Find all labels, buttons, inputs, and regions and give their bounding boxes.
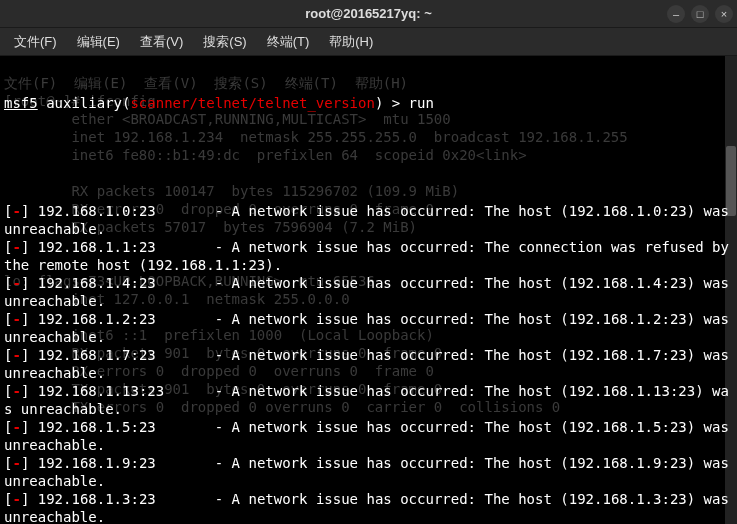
msf-prompt: msf5: [4, 95, 38, 111]
host-address: 192.168.1.7:23: [38, 347, 215, 363]
error-icon: -: [12, 203, 20, 219]
menu-search[interactable]: 搜索(S): [193, 29, 256, 55]
menu-terminal[interactable]: 终端(T): [257, 29, 320, 55]
terminal-output[interactable]: 文件(F) 编辑(E) 查看(V) 搜索(S) 终端(T) 帮助(H) [roo…: [0, 56, 737, 524]
maximize-button[interactable]: □: [691, 5, 709, 23]
scan-result-line: [-] 192.168.1.0:23 - A network issue has…: [4, 202, 733, 238]
command: run: [409, 95, 434, 111]
scan-result-line: [-] 192.168.1.9:23 - A network issue has…: [4, 454, 733, 490]
error-icon: -: [12, 491, 20, 507]
menu-file[interactable]: 文件(F): [4, 29, 67, 55]
host-address: 192.168.1.0:23: [38, 203, 215, 219]
menubar: 文件(F) 编辑(E) 查看(V) 搜索(S) 终端(T) 帮助(H): [0, 28, 737, 56]
error-icon: -: [12, 311, 20, 327]
error-icon: -: [12, 383, 20, 399]
host-address: 192.168.1.1:23: [38, 239, 215, 255]
host-address: 192.168.1.2:23: [38, 311, 215, 327]
scan-result-line: [-] 192.168.1.2:23 - A network issue has…: [4, 310, 733, 346]
menu-edit[interactable]: 编辑(E): [67, 29, 130, 55]
error-icon: -: [12, 275, 20, 291]
window-titlebar: root@20165217yq: ~ – □ ×: [0, 0, 737, 28]
scanner-module: scanner/telnet/telnet_version: [130, 95, 374, 111]
prompt-line: msf5 auxiliary(scanner/telnet/telnet_ver…: [4, 94, 733, 112]
scan-result-line: [-] 192.168.1.13:23 - A network issue ha…: [4, 382, 733, 418]
window-title: root@20165217yq: ~: [305, 6, 432, 21]
scan-result-line: [-] 192.168.1.4:23 - A network issue has…: [4, 274, 733, 310]
host-address: 192.168.1.5:23: [38, 419, 215, 435]
menu-view[interactable]: 查看(V): [130, 29, 193, 55]
error-icon: -: [12, 455, 20, 471]
host-address: 192.168.1.4:23: [38, 275, 215, 291]
minimize-button[interactable]: –: [667, 5, 685, 23]
host-address: 192.168.1.13:23: [38, 383, 215, 399]
close-button[interactable]: ×: [715, 5, 733, 23]
host-address: 192.168.1.3:23: [38, 491, 215, 507]
scan-result-line: [-] 192.168.1.7:23 - A network issue has…: [4, 346, 733, 382]
error-icon: -: [12, 347, 20, 363]
scan-result-line: [-] 192.168.1.1:23 - A network issue has…: [4, 238, 733, 274]
error-icon: -: [12, 239, 20, 255]
window-controls: – □ ×: [667, 5, 733, 23]
host-address: 192.168.1.9:23: [38, 455, 215, 471]
scan-result-line: [-] 192.168.1.5:23 - A network issue has…: [4, 418, 733, 454]
error-icon: -: [12, 419, 20, 435]
scan-result-line: [-] 192.168.1.3:23 - A network issue has…: [4, 490, 733, 524]
menu-help[interactable]: 帮助(H): [319, 29, 383, 55]
